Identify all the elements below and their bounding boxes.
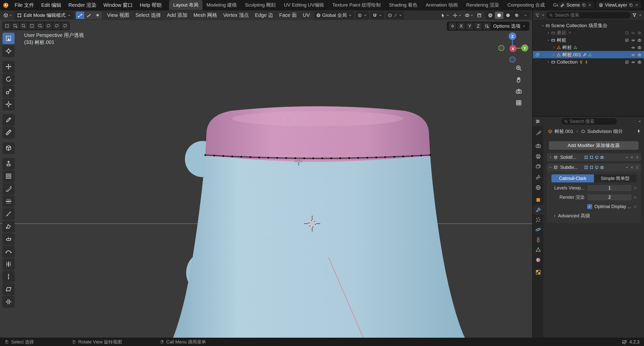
levels-viewport-field[interactable]: 1 <box>587 185 632 191</box>
mirror-z-button[interactable]: Z <box>474 23 482 30</box>
remove-modifier-button[interactable] <box>630 166 634 169</box>
modifier-name[interactable]: Subdiv... <box>560 165 582 170</box>
hide-eye-icon[interactable] <box>631 38 635 42</box>
menu-view[interactable]: View 视图 <box>104 11 132 19</box>
tool-inset-button[interactable] <box>3 170 15 182</box>
tab-scene[interactable] <box>533 172 543 182</box>
hide-eye-icon[interactable] <box>631 31 635 35</box>
options-dropdown[interactable]: Options 选项 <box>492 23 527 29</box>
workspace-tab-shading[interactable]: Shading 着色 <box>385 0 422 10</box>
shading-wireframe-button[interactable] <box>486 12 495 19</box>
workspace-tab-sculpting[interactable]: Sculpting 雕刻 <box>241 0 280 10</box>
workspace-tab-animation[interactable]: Animation 动画 <box>422 0 462 10</box>
breadcrumb-panel[interactable]: Subdivision 细分 <box>587 128 623 135</box>
modifier-extras-button[interactable] <box>625 156 629 159</box>
unlink-scene-button[interactable] <box>588 3 592 7</box>
outliner-row-collection[interactable]: Collection <box>533 58 644 66</box>
tab-constraints[interactable] <box>533 235 543 244</box>
show-gizmo-button[interactable] <box>451 11 463 19</box>
shading-solid-button[interactable] <box>495 12 503 19</box>
realtime-display-toggle[interactable] <box>595 165 599 169</box>
exclude-checkbox[interactable] <box>625 60 629 64</box>
tool-add-cube-button[interactable] <box>3 142 15 154</box>
zoom-button[interactable] <box>514 64 523 73</box>
select-invert-button[interactable] <box>28 22 36 29</box>
pin-icon[interactable] <box>636 129 641 134</box>
tool-shrink-fatten-button[interactable] <box>3 271 15 282</box>
menu-vertex[interactable]: Vertex 顶点 <box>220 11 252 19</box>
drag-handle-icon[interactable] <box>635 165 639 169</box>
tool-shear-button[interactable] <box>3 283 15 295</box>
expander-icon[interactable] <box>546 31 551 35</box>
viewport-scene[interactable]: X Y Z <box>0 20 532 338</box>
menu-render[interactable]: Render 渲染 <box>65 0 100 10</box>
outliner-row-stump-collection[interactable]: 树桩 <box>533 36 644 44</box>
on-cage-toggle[interactable] <box>584 165 588 169</box>
camera-view-button[interactable] <box>514 87 523 96</box>
new-scene-button[interactable] <box>582 3 586 7</box>
properties-search-input[interactable] <box>570 119 614 124</box>
gizmo-neg-y-ball[interactable] <box>499 45 504 51</box>
tab-modifiers[interactable] <box>533 205 543 215</box>
tool-rotate-button[interactable] <box>3 73 15 85</box>
pivot-point-selector[interactable] <box>355 11 369 19</box>
workspace-tab-layout[interactable]: Layout 布局 <box>169 0 202 10</box>
workspace-tab-texture-paint[interactable]: Texture Paint 纹理绘制 <box>328 0 385 10</box>
tab-tool[interactable] <box>533 128 543 138</box>
tool-measure-button[interactable] <box>3 127 15 138</box>
tab-object-data[interactable] <box>533 245 543 254</box>
on-cage-toggle[interactable] <box>584 155 588 159</box>
tab-texture[interactable] <box>533 267 543 277</box>
tool-poly-build-button[interactable] <box>3 221 15 232</box>
drag-handle-icon[interactable] <box>635 155 639 159</box>
disable-render-icon[interactable] <box>637 38 641 42</box>
select-set-button[interactable] <box>3 22 11 29</box>
chevron-down-icon[interactable] <box>638 120 641 123</box>
outliner-row-mushroom[interactable]: 蘑菇 <box>533 29 644 36</box>
mirror-toggle[interactable] <box>449 23 456 30</box>
tool-smooth-button[interactable] <box>3 246 15 257</box>
hide-eye-icon[interactable] <box>631 53 635 57</box>
pan-button[interactable] <box>514 75 523 84</box>
expander-icon[interactable] <box>546 38 551 42</box>
outliner-row-scene-collection[interactable]: Scene Collection 场景集合 <box>533 22 644 29</box>
snap-toggle[interactable] <box>371 11 384 19</box>
edit-mode-display-toggle[interactable] <box>589 155 593 159</box>
outliner-search[interactable] <box>546 12 630 19</box>
filter-options-chevron[interactable] <box>638 13 642 17</box>
exclude-checkbox[interactable] <box>625 38 629 42</box>
tool-spin-button[interactable] <box>3 233 15 245</box>
toggle-xray-button[interactable] <box>475 11 483 19</box>
vertex-select-mode-button[interactable] <box>76 12 84 19</box>
select-subtract-button[interactable] <box>20 22 27 29</box>
shading-rendered-button[interactable] <box>512 12 521 19</box>
tab-particles[interactable] <box>533 215 543 224</box>
subdivision-modifier-header[interactable]: Subdiv... <box>547 163 641 171</box>
tool-annotate-button[interactable] <box>3 114 15 126</box>
gizmo-neg-z-ball[interactable] <box>510 57 515 62</box>
tool-transform-button[interactable] <box>3 98 15 110</box>
outliner-editor-icon[interactable] <box>535 13 540 18</box>
optimal-display-checkbox[interactable]: ✓ Optimal Display ... <box>587 204 632 209</box>
viewlayer-selector[interactable]: ViewLayer <box>596 2 641 9</box>
outliner-search-input[interactable] <box>555 13 628 18</box>
select-extend-button[interactable] <box>12 22 19 29</box>
solidify-modifier-header[interactable]: Solidif... <box>547 153 641 161</box>
expander-icon[interactable] <box>551 46 556 49</box>
shading-material-button[interactable] <box>504 12 512 19</box>
select-intersect-button[interactable] <box>36 22 44 29</box>
menu-help[interactable]: Help 帮助 <box>136 0 165 10</box>
disable-render-icon[interactable] <box>637 53 641 57</box>
scene-selector[interactable]: Scene <box>558 2 594 9</box>
menu-edge[interactable]: Edge 边 <box>252 11 276 19</box>
snap-target-button[interactable] <box>483 23 491 30</box>
advanced-section-toggle[interactable]: Advanced 高级 <box>549 212 638 220</box>
properties-editor-icon[interactable] <box>535 119 540 124</box>
tab-physics[interactable] <box>533 225 543 234</box>
workspace-tab-geometry-nodes[interactable]: Geometry Nod <box>549 0 558 10</box>
tool-scale-button[interactable] <box>3 86 15 97</box>
blender-logo[interactable] <box>3 2 9 8</box>
disable-render-icon[interactable] <box>637 31 641 35</box>
remove-modifier-button[interactable] <box>630 156 634 159</box>
hide-eye-icon[interactable] <box>631 45 635 50</box>
